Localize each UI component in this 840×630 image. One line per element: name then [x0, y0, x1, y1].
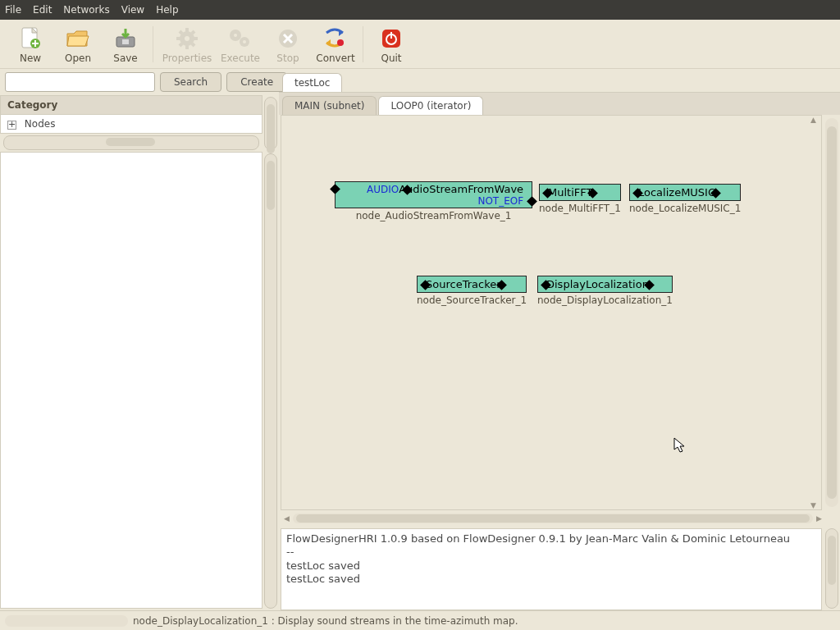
- menu-help[interactable]: Help: [156, 4, 178, 16]
- convert-label: Convert: [316, 52, 354, 64]
- log-line: testLoc saved: [286, 573, 816, 586]
- tab-project-testloc[interactable]: testLoc: [282, 73, 342, 92]
- convert-button[interactable]: Convert: [312, 25, 359, 64]
- save-icon: [114, 25, 137, 52]
- detail-pane: [0, 152, 262, 609]
- stop-icon: [277, 25, 299, 52]
- new-button[interactable]: New: [7, 25, 54, 64]
- right-panel: testLoc MAIN (subnet) LOOP0 (iterator) ▲…: [279, 69, 840, 610]
- node-instance-label: node_AudioStreamFromWave_1: [335, 210, 532, 221]
- project-tabs: testLoc: [279, 69, 840, 92]
- log-vscroll[interactable]: [825, 528, 838, 609]
- cursor-icon: [673, 437, 687, 454]
- graph-canvas[interactable]: ▲ ▼ AudioStreamFromWave AUDIO NOT_EOF no…: [281, 115, 822, 510]
- node-instance-label: node_MultiFFT_1: [539, 203, 621, 214]
- toolbar-separator: [153, 26, 154, 62]
- node-instance-label: node_SourceTracker_1: [417, 294, 527, 306]
- tree-item-label: Nodes: [25, 118, 56, 130]
- scroll-right-icon[interactable]: ▶: [813, 514, 825, 523]
- scroll-up-icon[interactable]: ▲: [807, 116, 819, 124]
- menu-networks[interactable]: Networks: [63, 4, 109, 16]
- svg-rect-3: [122, 39, 129, 44]
- svg-point-5: [185, 36, 189, 41]
- log-line: testLoc saved: [286, 559, 816, 573]
- log-line: FlowDesignerHRI 1.0.9 based on FlowDesig…: [286, 532, 816, 546]
- node-title-label: LocalizeMUSIC: [638, 186, 715, 199]
- node-localizemusic[interactable]: LocalizeMUSIC node_LocalizeMUSIC_1: [629, 184, 741, 214]
- toolbar-separator: [363, 26, 364, 62]
- save-button[interactable]: Save: [102, 25, 149, 64]
- menu-view[interactable]: View: [121, 4, 144, 16]
- new-file-icon: [20, 25, 41, 52]
- expand-icon[interactable]: +: [7, 121, 16, 130]
- log-line: --: [286, 546, 816, 559]
- svg-point-21: [337, 39, 344, 46]
- save-label: Save: [113, 52, 137, 64]
- subnet-tabs: MAIN (subnet) LOOP0 (iterator): [279, 92, 840, 115]
- menubar: File Edit Networks View Help: [0, 0, 840, 20]
- search-input[interactable]: [5, 72, 155, 92]
- node-displaylocalization[interactable]: DisplayLocalization node_DisplayLocaliza…: [537, 276, 673, 306]
- left-panel: Search Create Category + Nodes: [0, 69, 279, 610]
- execute-icon: [228, 25, 253, 52]
- tab-loop0-iterator[interactable]: LOOP0 (iterator): [378, 96, 483, 115]
- node-instance-label: node_LocalizeMUSIC_1: [629, 203, 741, 214]
- quit-label: Quit: [381, 52, 401, 64]
- category-tree[interactable]: + Nodes: [0, 115, 262, 134]
- node-multifft[interactable]: MultiFFT node_MultiFFT_1: [539, 184, 621, 214]
- stop-button[interactable]: Stop: [264, 25, 312, 64]
- port-out-noteof[interactable]: NOT_EOF: [418, 195, 523, 207]
- power-icon: [381, 25, 402, 52]
- tree-hscroll[interactable]: [3, 135, 259, 150]
- svg-line-10: [180, 31, 182, 34]
- execute-button[interactable]: Execute: [217, 25, 264, 64]
- scroll-down-icon[interactable]: ▼: [807, 501, 819, 509]
- node-title-label: MultiFFT: [548, 186, 592, 199]
- node-title-label: DisplayLocalization: [546, 278, 649, 290]
- node-title-label: AudioStreamFromWave: [399, 183, 523, 195]
- execute-label: Execute: [221, 52, 260, 64]
- svg-point-17: [243, 40, 246, 43]
- folder-open-icon: [66, 25, 90, 52]
- menu-edit[interactable]: Edit: [33, 4, 52, 16]
- scroll-left-icon[interactable]: ◀: [281, 514, 293, 523]
- status-resize-grip[interactable]: [5, 615, 128, 627]
- canvas-vscroll[interactable]: [825, 118, 838, 507]
- gear-icon: [176, 25, 199, 52]
- svg-line-12: [180, 43, 182, 46]
- search-button[interactable]: Search: [160, 72, 221, 92]
- svg-point-16: [234, 34, 237, 37]
- toolbar: New Open Save Properties Execute: [0, 20, 840, 69]
- log-pane: FlowDesignerHRI 1.0.9 based on FlowDesig…: [281, 528, 822, 610]
- canvas-hscroll[interactable]: ◀ ▶: [281, 512, 838, 525]
- node-sourcetracker[interactable]: SourceTracker node_SourceTracker_1: [417, 276, 527, 306]
- properties-button[interactable]: Properties: [158, 25, 217, 64]
- svg-line-11: [192, 43, 194, 46]
- tab-main-subnet[interactable]: MAIN (subnet): [282, 96, 377, 115]
- node-title-label: SourceTracker: [426, 278, 501, 290]
- node-instance-label: node_DisplayLocalization_1: [537, 294, 673, 306]
- tree-vscroll[interactable]: [264, 97, 277, 150]
- open-label: Open: [65, 52, 91, 64]
- convert-icon: [323, 25, 348, 52]
- node-audiostreamfromwave[interactable]: AudioStreamFromWave AUDIO NOT_EOF node_A…: [335, 181, 532, 221]
- open-button[interactable]: Open: [54, 25, 102, 64]
- stop-label: Stop: [276, 52, 299, 64]
- new-label: New: [20, 52, 41, 64]
- category-header: Category: [0, 95, 262, 115]
- detail-vscroll[interactable]: [264, 153, 277, 609]
- status-text: node_DisplayLocalization_1 : Display sou…: [133, 615, 518, 627]
- quit-button[interactable]: Quit: [368, 25, 415, 64]
- properties-label: Properties: [162, 52, 212, 64]
- menu-file[interactable]: File: [5, 4, 21, 16]
- port-out-audio[interactable]: AUDIO: [367, 184, 399, 195]
- tree-item-nodes[interactable]: + Nodes: [1, 115, 262, 133]
- status-bar: node_DisplayLocalization_1 : Display sou…: [0, 610, 840, 630]
- svg-line-13: [192, 31, 194, 34]
